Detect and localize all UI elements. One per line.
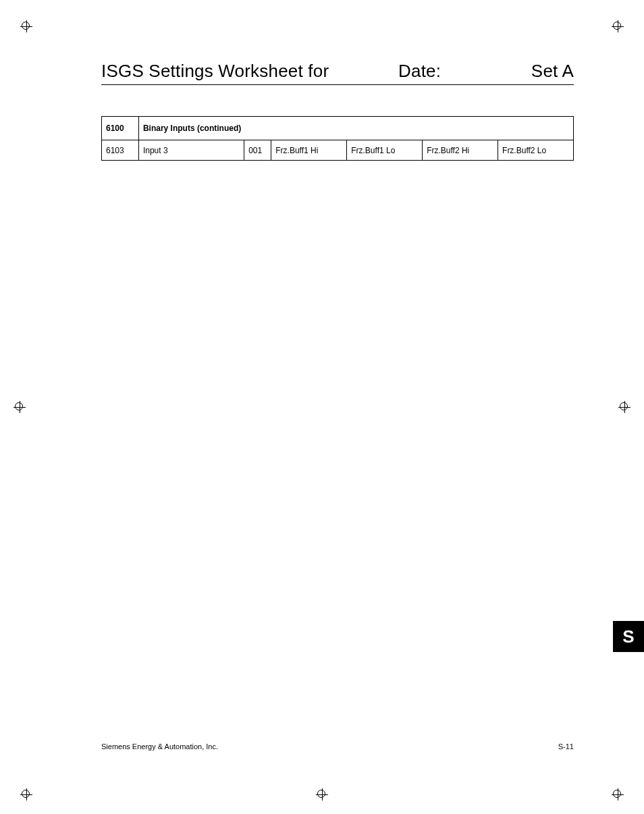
- page-header: ISGS Settings Worksheet for Date: Set A: [101, 61, 574, 85]
- section-tab: S: [613, 621, 644, 652]
- footer-page-number: S-11: [558, 742, 574, 751]
- table-row: 6103Input 3001Frz.Buff1 HiFrz.Buff1 LoFr…: [102, 140, 574, 161]
- settings-table: 6100 Binary Inputs (continued) 6103Input…: [101, 116, 574, 161]
- crop-mark: [612, 788, 624, 801]
- value-cell: Frz.Buff1 Lo: [347, 140, 423, 161]
- footer-company: Siemens Energy & Automation, Inc.: [101, 742, 218, 751]
- crop-mark: [14, 401, 26, 413]
- crop-mark: [20, 20, 32, 32]
- value-cell: Frz.Buff2 Lo: [498, 140, 574, 161]
- option-number: 001: [244, 140, 271, 161]
- section-code: 6100: [102, 117, 139, 140]
- page-content: ISGS Settings Worksheet for Date: Set A …: [101, 61, 574, 161]
- crop-mark: [316, 788, 328, 801]
- crop-mark: [618, 401, 630, 413]
- value-cell: Frz.Buff2 Hi: [423, 140, 498, 161]
- section-header-row: 6100 Binary Inputs (continued): [102, 117, 574, 140]
- section-title: Binary Inputs (continued): [138, 117, 573, 140]
- date-label: Date:: [398, 61, 513, 82]
- page-title: ISGS Settings Worksheet for: [101, 61, 398, 82]
- value-cell: Frz.Buff1 Hi: [271, 140, 347, 161]
- crop-mark: [612, 20, 624, 32]
- crop-mark: [20, 788, 32, 801]
- group-name: Input 3: [138, 140, 244, 161]
- set-label: Set A: [513, 61, 574, 82]
- page-footer: Siemens Energy & Automation, Inc. S-11: [101, 742, 574, 751]
- group-code: 6103: [102, 140, 139, 161]
